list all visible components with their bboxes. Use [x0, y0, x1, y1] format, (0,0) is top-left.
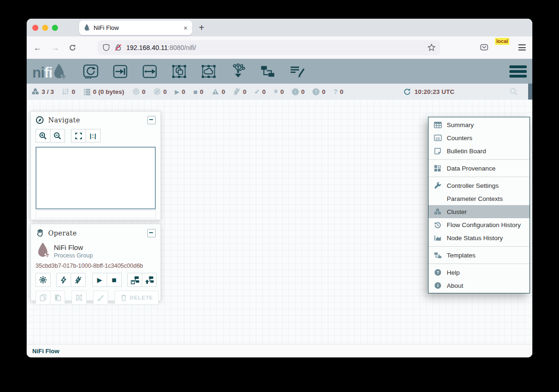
delete-label: DELETE [130, 295, 153, 300]
start-button[interactable]: ▶ [92, 273, 107, 287]
birdseye-minimap[interactable] [36, 147, 156, 209]
menu-item-templates[interactable]: Templates [428, 249, 530, 262]
processor-icon[interactable] [82, 63, 99, 80]
sync-failure-icon: ? [334, 88, 338, 95]
menu-item-label: Cluster [447, 208, 467, 215]
minimap-strip [36, 210, 156, 218]
menu-item-about[interactable]: i About [428, 279, 530, 292]
menu-item-node-status-history[interactable]: Node Status History [428, 231, 530, 244]
tab-favicon-nifi-drop-icon [84, 24, 90, 31]
last-refreshed-time: 10:20:23 UTC [414, 88, 455, 95]
status-disabled: 0 [233, 88, 247, 95]
tab-close-icon[interactable]: × [183, 24, 188, 31]
running-icon: ▶ [175, 89, 180, 95]
label-icon[interactable] [289, 63, 305, 80]
statusbar-search-field[interactable] [528, 84, 532, 100]
zoom-in-button[interactable] [36, 129, 51, 143]
status-value: 0 [243, 88, 247, 95]
status-active-threads: 0 [62, 88, 75, 95]
one-to-one-glyph: |:| [90, 132, 97, 139]
menu-item-counters[interactable]: 23 Counters [428, 131, 530, 144]
status-queued: 0 (0 bytes) [83, 88, 124, 95]
menu-item-cluster[interactable]: Cluster [428, 205, 530, 218]
global-menu-icon[interactable] [509, 65, 527, 78]
menu-item-label: Controller Settings [447, 182, 499, 189]
menu-item-controller-settings[interactable]: Controller Settings [428, 179, 530, 192]
menu-item-label: Data Provenance [447, 165, 495, 172]
account-button[interactable]: local [498, 42, 509, 53]
funnel-icon[interactable] [230, 63, 247, 80]
shield-icon[interactable] [102, 43, 110, 51]
reload-button[interactable] [69, 44, 76, 51]
template-icon[interactable] [259, 63, 276, 80]
url-bar[interactable]: 192.168.40.11:8080/nifi/ [98, 40, 440, 55]
input-port-icon[interactable] [112, 63, 129, 80]
create-template-button[interactable] [127, 273, 142, 287]
new-tab-button[interactable]: + [199, 23, 204, 32]
menu-divider [428, 264, 530, 264]
pocket-icon[interactable] [480, 43, 488, 51]
stop-button[interactable]: ■ [107, 273, 122, 287]
insecure-lock-icon[interactable] [114, 43, 122, 51]
zoom-fit-button[interactable] [71, 129, 86, 143]
menu-item-help[interactable]: ? Help [428, 266, 530, 279]
configure-button[interactable] [36, 273, 51, 287]
navigate-header: Navigate [31, 112, 160, 127]
collapse-operate-button[interactable] [147, 229, 156, 237]
nifi-logo: nifi [32, 63, 65, 80]
operate-palette: Operate NiFi Flow Process Group 35cbd3b7… [30, 224, 161, 301]
change-color-button[interactable] [93, 291, 108, 305]
window-controls [32, 25, 58, 31]
menu-item-bulletin-board[interactable]: Bulletin Board [428, 144, 530, 157]
group-button[interactable] [72, 291, 87, 305]
about-icon: i [433, 281, 442, 290]
browser-tab[interactable]: NiFi Flow × [79, 21, 192, 35]
breadcrumb-root[interactable]: NiFi Flow [32, 348, 59, 355]
status-running: ▶ 0 [175, 88, 186, 95]
zoom-actual-size-button[interactable]: |:| [86, 129, 101, 143]
collapse-navigate-button[interactable] [147, 116, 156, 124]
menu-divider [428, 159, 530, 160]
selected-flow-id: 35cbd3b7-017b-1000-8bff-1c3405c00d6b [31, 259, 160, 269]
menu-item-label: Counters [447, 135, 472, 142]
play-icon: ▶ [97, 277, 102, 283]
help-icon: ? [433, 268, 442, 277]
zoom-out-button[interactable] [50, 129, 65, 143]
url-domain: 192.168.40.11 [126, 44, 168, 51]
disable-button[interactable] [71, 273, 86, 287]
status-value: 0 [262, 88, 266, 95]
status-refresh-cluster: 10:20:23 UTC [403, 84, 455, 100]
back-button[interactable]: ← [33, 43, 42, 52]
svg-text:23: 23 [436, 136, 440, 141]
process-group-icon[interactable] [171, 63, 188, 80]
status-stale: ↑ 0 [292, 88, 305, 95]
delete-button[interactable]: DELETE [115, 291, 159, 305]
output-port-icon[interactable] [141, 63, 158, 80]
application-menu-icon[interactable] [518, 44, 526, 50]
menu-item-data-provenance[interactable]: Data Provenance [428, 162, 530, 175]
nifi-app: nifi [27, 59, 532, 357]
menu-item-parameter-contexts[interactable]: Parameter Contexts [428, 192, 530, 205]
zoom-window-button[interactable] [52, 25, 58, 31]
url-text[interactable]: 192.168.40.11:8080/nifi/ [126, 44, 196, 51]
upload-template-button[interactable] [142, 273, 157, 287]
close-window-button[interactable] [32, 25, 38, 31]
menu-item-summary[interactable]: Summary [428, 118, 530, 131]
minimize-window-button[interactable] [42, 25, 48, 31]
tab-title: NiFi Flow [94, 24, 180, 31]
paste-button[interactable] [50, 291, 65, 305]
copy-button[interactable] [36, 291, 51, 305]
remote-process-group-icon[interactable] [200, 63, 217, 80]
navigate-toolbar: |:| [31, 127, 160, 143]
svg-text:?: ? [436, 270, 439, 275]
status-value: 0 [142, 88, 146, 95]
menu-divider [428, 246, 530, 247]
enable-button[interactable] [56, 273, 71, 287]
refresh-icon[interactable] [403, 88, 411, 96]
bookmark-star-icon[interactable] [428, 43, 436, 51]
status-value: 0 [200, 88, 203, 95]
search-icon[interactable] [509, 87, 518, 96]
menu-item-flow-configuration-history[interactable]: Flow Configuration History [428, 218, 530, 231]
forward-button[interactable]: → [51, 43, 59, 52]
screenshot-stage: NiFi Flow × + ← → 192.168.40.11:8080/nif… [0, 0, 559, 392]
